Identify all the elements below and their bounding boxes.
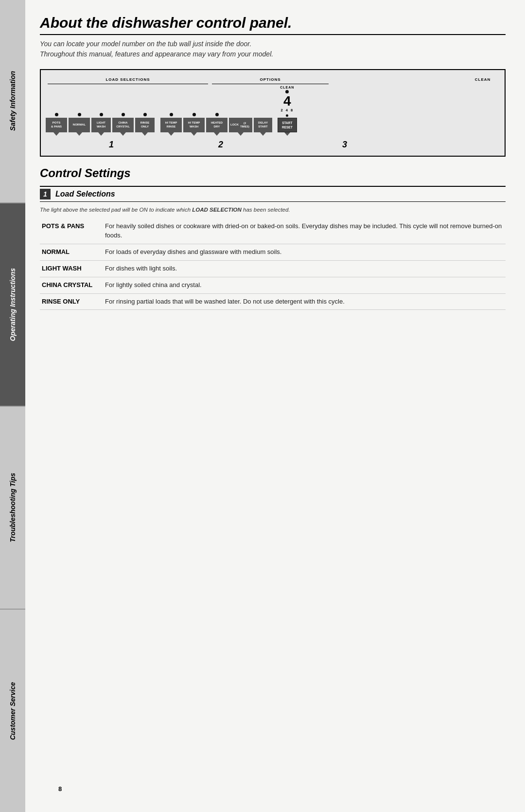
china-dot xyxy=(122,113,125,116)
page-title: About the dishwasher control panel. xyxy=(40,15,506,35)
pots-dot xyxy=(55,113,58,116)
btn-start-reset[interactable]: STARTRESET xyxy=(278,114,297,136)
pots-label: POTS& PANS xyxy=(46,118,67,132)
clean-label-right: CLEAN xyxy=(280,86,294,89)
clean-label-top: CLEAN xyxy=(475,77,491,82)
key-china-crystal: CHINA CRYSTAL xyxy=(40,277,103,293)
page-subtitle: You can locate your model number on the … xyxy=(40,39,506,59)
control-panel-diagram: LOAD SELECTIONS OPTIONS CLEAN POTS& PANS… xyxy=(40,69,506,157)
sidebar: Safety Information Operating Instruction… xyxy=(0,0,25,812)
control-settings-title: Control Settings xyxy=(40,166,506,180)
value-rinse-only: For rinsing partial loads that will be w… xyxy=(103,293,506,310)
page-number: 8 xyxy=(58,785,62,793)
delay-label: DELAYSTART xyxy=(254,118,272,132)
start-reset-label: STARTRESET xyxy=(278,118,297,132)
lock-label: LOCK(2 TIMES) xyxy=(229,118,252,132)
normal-label: NORMAL xyxy=(69,118,90,132)
btn-hitemp-wash[interactable]: HI TEMPWASH xyxy=(183,113,205,136)
bottom-number-1: 1 xyxy=(109,140,114,150)
table-row: NORMAL For loads of everyday dishes and … xyxy=(40,244,506,260)
hitemp-wash-dot xyxy=(192,113,196,116)
options-label: OPTIONS xyxy=(260,77,280,82)
value-pots: For heavily soiled dishes or cookware wi… xyxy=(103,218,506,244)
bottom-number-2: 2 xyxy=(218,140,223,150)
rinse-arrow xyxy=(142,132,148,136)
delay-arrow xyxy=(260,132,266,136)
btn-hitemp-rinse[interactable]: HI TEMPRINSE xyxy=(160,113,182,136)
normal-arrow xyxy=(76,132,82,136)
light-arrow xyxy=(98,132,104,136)
btn-normal[interactable]: NORMAL xyxy=(69,113,90,136)
settings-table: POTS & PANS For heavily soiled dishes or… xyxy=(40,218,506,310)
sidebar-section-customer[interactable]: Customer Service xyxy=(0,610,25,812)
subtitle-line1: You can locate your model number on the … xyxy=(40,40,251,48)
main-content: About the dishwasher control panel. You … xyxy=(25,0,525,812)
sidebar-section-operating[interactable]: Operating Instructions xyxy=(0,203,25,407)
value-normal: For loads of everyday dishes and glasswa… xyxy=(103,244,506,260)
btn-heated-dry[interactable]: HEATEDDRY xyxy=(206,113,228,136)
start-reset-arrow xyxy=(284,132,290,136)
sidebar-label-troubleshooting: Troubleshooting Tips xyxy=(9,473,17,542)
china-arrow xyxy=(120,132,126,136)
light-label: LIGHTWASH xyxy=(91,118,111,132)
key-light-wash: LIGHT WASH xyxy=(40,260,103,277)
pots-arrow xyxy=(53,132,59,136)
bottom-number-3: 3 xyxy=(342,140,347,150)
key-pots: POTS & PANS xyxy=(40,218,103,244)
sidebar-section-troubleshooting[interactable]: Troubleshooting Tips xyxy=(0,407,25,610)
section-1-header: 1 Load Selections xyxy=(40,186,506,202)
section-heading: Load Selections xyxy=(55,190,115,198)
rinse-label: RINSEONLY xyxy=(135,118,155,132)
normal-dot xyxy=(78,113,81,116)
rinse-dot xyxy=(143,113,147,116)
btn-rinse-only[interactable]: RINSEONLY xyxy=(135,113,155,136)
table-row: LIGHT WASH For dishes with light soils. xyxy=(40,260,506,277)
heated-label: HEATEDDRY xyxy=(206,118,228,132)
hitemp-rinse-dot xyxy=(170,113,173,116)
hitemp-wash-arrow xyxy=(191,132,197,136)
lock-arrow xyxy=(238,132,244,136)
subtitle-line2: Throughout this manual, features and app… xyxy=(40,50,273,58)
hitemp-wash-label: HI TEMPWASH xyxy=(183,118,205,132)
heated-dot xyxy=(215,113,219,116)
table-row: POTS & PANS For heavily soiled dishes or… xyxy=(40,218,506,244)
btn-delay-start[interactable]: DELAYSTART xyxy=(254,118,272,136)
hitemp-rinse-label: HI TEMPRINSE xyxy=(160,118,182,132)
sidebar-label-safety: Safety Information xyxy=(9,71,17,131)
china-label: CHINACRYSTAL xyxy=(112,118,134,132)
sidebar-section-safety[interactable]: Safety Information xyxy=(0,0,25,203)
value-china-crystal: For lightly soiled china and crystal. xyxy=(103,277,506,293)
light-dot xyxy=(100,113,103,116)
btn-china-crystal[interactable]: CHINACRYSTAL xyxy=(112,113,134,136)
table-row: RINSE ONLY For rinsing partial loads tha… xyxy=(40,293,506,310)
section-note: The light above the selected pad will be… xyxy=(40,206,506,214)
key-normal: NORMAL xyxy=(40,244,103,260)
right-panel: CLEAN 4 2 4 8 STARTRESET xyxy=(278,86,297,136)
clean-number-display: 4 xyxy=(283,94,291,108)
value-light-wash: For dishes with light soils. xyxy=(103,260,506,277)
btn-lock[interactable]: LOCK(2 TIMES) xyxy=(229,118,252,136)
section-number-badge: 1 xyxy=(40,189,51,199)
table-row: CHINA CRYSTAL For lightly soiled china a… xyxy=(40,277,506,293)
btn-pots-pans[interactable]: POTS& PANS xyxy=(46,113,67,136)
heated-arrow xyxy=(214,132,220,136)
sidebar-label-customer: Customer Service xyxy=(9,682,17,740)
hitemp-rinse-arrow xyxy=(168,132,174,136)
load-selections-label: LOAD SELECTIONS xyxy=(105,77,150,82)
key-rinse-only: RINSE ONLY xyxy=(40,293,103,310)
sidebar-label-operating: Operating Instructions xyxy=(9,268,17,341)
numbers-248: 2 4 8 xyxy=(280,108,294,112)
btn-light-wash[interactable]: LIGHTWASH xyxy=(91,113,111,136)
